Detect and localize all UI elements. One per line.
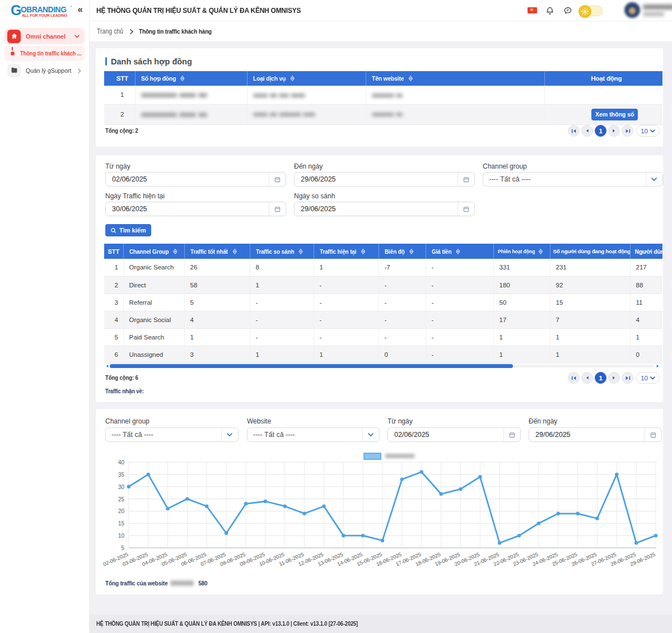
svg-text:40: 40 <box>118 459 125 466</box>
svg-text:10: 10 <box>118 533 125 539</box>
svg-text:5: 5 <box>121 545 124 551</box>
svg-text:25: 25 <box>118 496 125 502</box>
svg-text:35: 35 <box>118 472 125 478</box>
svg-text:OBRANDING: OBRANDING <box>21 6 66 14</box>
svg-text:ALL FOR YOUR LEADING: ALL FOR YOUR LEADING <box>22 13 67 17</box>
svg-text:30: 30 <box>118 484 125 490</box>
svg-text:20: 20 <box>118 508 125 514</box>
svg-text:G: G <box>11 2 21 18</box>
svg-text:15: 15 <box>118 520 125 527</box>
